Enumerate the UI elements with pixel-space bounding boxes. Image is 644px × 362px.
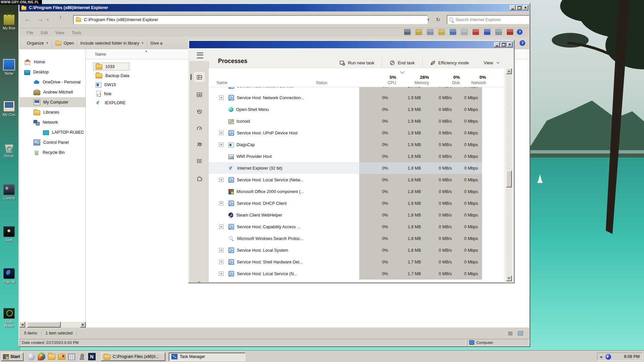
details-view-button[interactable] xyxy=(506,330,515,337)
desktop-icon-netw[interactable]: Netw xyxy=(1,59,17,75)
process-row-service-host-upnp-device-host[interactable]: +Service Host: UPnP Device Host0%1.9 MB0… xyxy=(209,127,504,139)
efficiency-mode-button[interactable]: Efficiency mode xyxy=(423,60,477,66)
expand-icon[interactable]: + xyxy=(219,96,223,100)
tab-processes[interactable] xyxy=(194,72,205,82)
tray-expand-icon[interactable]: « xyxy=(600,354,602,359)
settings-button[interactable] xyxy=(194,279,205,282)
sidebar-item-onedrive-personal[interactable]: OneDrive - Personal xyxy=(19,77,86,87)
expand-icon[interactable]: + xyxy=(219,131,223,135)
quick-launch-pictures[interactable] xyxy=(58,353,65,361)
scroll-up-icon[interactable]: ▲ xyxy=(506,68,512,74)
sidebar-item-control-panel[interactable]: Control Panel xyxy=(19,137,86,147)
taskbar-button-c-program-files-x86-i[interactable]: C:\Program Files (x86)\I... xyxy=(101,353,165,361)
process-row-service-host-local-service-netw[interactable]: +Service Host: Local Service (Netw...0%1… xyxy=(209,174,504,186)
disk-icon[interactable] xyxy=(427,29,433,35)
process-row-iconoid[interactable]: Iconoid0%1.9 MB0 MB/s0 Mbps xyxy=(209,115,504,127)
scroll-left-icon[interactable]: ◀ xyxy=(19,322,25,327)
scroll-right-icon[interactable]: ▶ xyxy=(80,322,86,327)
process-row-service-host-shell-hardware-det[interactable]: +Service Host: Shell Hardware Det...0%1.… xyxy=(209,256,504,268)
taskbar-button-task-manager[interactable]: Task Manager xyxy=(169,353,245,361)
forward-history-dropdown-icon[interactable]: ▼ xyxy=(46,18,49,21)
maximize-button[interactable] xyxy=(500,42,506,47)
menu-icon[interactable] xyxy=(197,53,203,58)
tab-startup-apps[interactable] xyxy=(194,123,205,133)
desktop-icon-recyc[interactable]: Recyc xyxy=(1,143,17,158)
expand-icon[interactable]: + xyxy=(219,272,223,276)
process-row-wmi-provider-host[interactable]: WMI Provider Host0%1.8 MB0 MB/s0 Mbps xyxy=(209,150,504,162)
close-button[interactable]: × xyxy=(507,42,513,47)
column-disk[interactable]: 0%Disk xyxy=(433,75,464,85)
desktop-icon-pale-m[interactable]: Pale M xyxy=(1,268,17,284)
desktop-icon-control[interactable]: Control xyxy=(1,184,17,200)
tab-performance[interactable] xyxy=(194,89,205,100)
give-access-button[interactable]: Give a xyxy=(150,41,162,46)
column-name[interactable]: Name xyxy=(209,80,316,85)
search-box[interactable]: Search Internet Explorer xyxy=(447,15,529,24)
history-icon[interactable] xyxy=(461,29,468,35)
maximize-button[interactable] xyxy=(516,5,522,10)
quick-launch-sphere[interactable] xyxy=(28,353,35,361)
tray-app-icon[interactable] xyxy=(605,354,611,360)
desktop-icon-halo-maste[interactable]: Halo Maste xyxy=(1,308,17,328)
windows-icon[interactable] xyxy=(507,29,513,35)
sidebar-item-desktop[interactable]: Desktop xyxy=(19,67,86,77)
scrollbar-thumb[interactable] xyxy=(506,171,512,187)
tab-app-history[interactable] xyxy=(194,106,205,117)
task-manager-titlebar[interactable]: × xyxy=(189,41,514,48)
desktop-icon-my-con[interactable]: My Con xyxy=(1,101,17,117)
screen-icon[interactable] xyxy=(404,29,411,35)
minimize-button[interactable] xyxy=(494,42,500,47)
tree-horizontal-scrollbar[interactable]: ◀ ▶ xyxy=(19,322,86,327)
quick-launch-chess[interactable] xyxy=(78,353,86,361)
sidebar-item-andrew-mitchell[interactable]: Andrew Mitchell xyxy=(19,87,86,97)
sidebar-item-network[interactable]: Network xyxy=(19,117,86,127)
menu-edit[interactable]: Edit xyxy=(37,30,52,36)
process-row-service-host-dhcp-client[interactable]: +Service Host: DHCP Client0%1.8 MB0 MB/s… xyxy=(209,197,504,209)
address-dropdown-icon[interactable]: ▼ xyxy=(425,15,432,24)
process-row-service-host-network-connection[interactable]: +Service Host: Network Connection...0%1.… xyxy=(209,92,504,104)
process-row-open-shell-menu[interactable]: Open-Shell Menu0%1.9 MB0 MB/s0 Mbps xyxy=(209,104,504,115)
quick-launch-parrot[interactable] xyxy=(38,353,45,361)
scrollbar-thumb[interactable] xyxy=(27,322,61,327)
fonts-icon[interactable] xyxy=(495,29,502,35)
icons-view-button[interactable] xyxy=(516,330,525,337)
expand-icon[interactable]: + xyxy=(219,248,223,252)
open-button[interactable]: Open xyxy=(55,40,74,46)
address-bar[interactable]: C:\Program Files (x86)\Internet Explorer xyxy=(73,15,428,24)
tab-details[interactable] xyxy=(194,156,205,166)
back-icon[interactable]: ← xyxy=(24,14,31,24)
quick-launch-folder[interactable] xyxy=(48,353,55,361)
quick-launch-organizer[interactable] xyxy=(68,353,75,361)
include-in-library-button[interactable]: Include selected folder in library▼ xyxy=(80,41,144,46)
menu-tools[interactable]: Tools xyxy=(68,30,85,36)
process-row-service-host-local-service-n[interactable]: +Service Host: Local Service (N...0%1.7 … xyxy=(209,268,504,280)
delete-icon[interactable] xyxy=(473,29,479,35)
column-memory[interactable]: 28%Memory xyxy=(400,75,433,85)
menu-view[interactable]: View xyxy=(52,30,68,36)
column-status[interactable]: Status xyxy=(316,80,367,85)
expand-icon[interactable]: + xyxy=(219,142,223,147)
column-network[interactable]: 0%Network xyxy=(464,75,490,85)
sidebar-item-recycle-bin[interactable]: Recycle Bin xyxy=(19,147,86,158)
sidebar-item-laptop-ru8ec[interactable]: LAPTOP-RU8EC xyxy=(19,127,86,137)
help-icon[interactable]: ? xyxy=(520,40,525,46)
sidebar-item-my-computer[interactable]: My Computer xyxy=(19,97,86,107)
explorer-titlebar[interactable]: C:\Program Files (x86)\Internet Explorer… xyxy=(19,4,529,11)
minimize-button[interactable] xyxy=(510,5,516,10)
process-table-scrollbar[interactable]: ▲ ▼ xyxy=(506,68,512,281)
menu-file[interactable]: File xyxy=(23,30,37,36)
column-cpu[interactable]: 5%CPU xyxy=(367,75,400,85)
folders-icon[interactable] xyxy=(416,29,422,35)
process-row-microsoft-windows-search-protoc[interactable]: Microsoft Windows Search Protoc...0%1.8 … xyxy=(209,233,504,244)
end-task-button[interactable]: End task xyxy=(382,60,422,66)
process-row-diagscap[interactable]: +DiagsCap0%1.9 MB0 MB/s0 Mbps xyxy=(209,139,504,150)
quick-launch-netscape[interactable] xyxy=(88,353,96,361)
run-new-task-button[interactable]: Run new task xyxy=(332,60,382,66)
process-row-service-host-local-system[interactable]: +Service Host: Local System0%1.8 MB0 MB/… xyxy=(209,244,504,256)
tab-services[interactable] xyxy=(194,173,205,183)
scroll-down-icon[interactable]: ▼ xyxy=(506,276,512,281)
undo-icon[interactable] xyxy=(484,29,490,35)
help-icon[interactable]: ? xyxy=(517,29,523,35)
desktop-icon-stell[interactable]: Stell xyxy=(1,226,17,242)
sidebar-item-home[interactable]: Home xyxy=(19,57,86,67)
